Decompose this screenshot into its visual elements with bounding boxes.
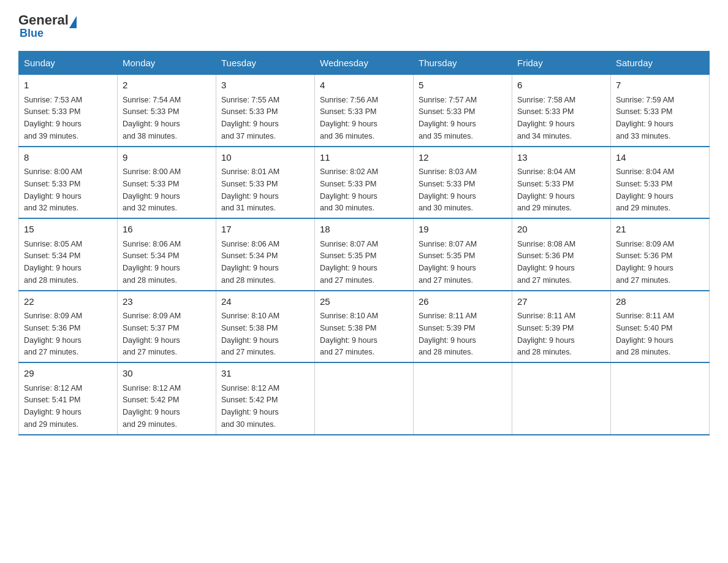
day-cell-21: 21 Sunrise: 8:09 AMSunset: 5:36 PMDaylig… xyxy=(611,218,710,291)
weekday-header-saturday: Saturday xyxy=(611,52,710,75)
day-number: 2 xyxy=(123,79,211,93)
day-number: 15 xyxy=(24,223,112,237)
day-number: 4 xyxy=(320,79,408,93)
day-cell-8: 8 Sunrise: 8:00 AMSunset: 5:33 PMDayligh… xyxy=(19,147,118,219)
day-number: 22 xyxy=(24,295,112,309)
day-info: Sunrise: 8:12 AMSunset: 5:42 PMDaylight:… xyxy=(221,384,279,429)
day-cell-7: 7 Sunrise: 7:59 AMSunset: 5:33 PMDayligh… xyxy=(611,75,710,147)
weekday-header-thursday: Thursday xyxy=(414,52,512,75)
day-cell-28: 28 Sunrise: 8:11 AMSunset: 5:40 PMDaylig… xyxy=(611,291,710,363)
day-number: 11 xyxy=(320,151,408,165)
empty-cell xyxy=(315,362,414,435)
day-info: Sunrise: 8:10 AMSunset: 5:38 PMDaylight:… xyxy=(320,312,378,356)
day-cell-16: 16 Sunrise: 8:06 AMSunset: 5:34 PMDaylig… xyxy=(118,218,216,291)
day-info: Sunrise: 8:02 AMSunset: 5:33 PMDaylight:… xyxy=(320,167,378,212)
day-info: Sunrise: 8:11 AMSunset: 5:40 PMDaylight:… xyxy=(616,312,674,356)
logo-triangle-icon xyxy=(69,16,77,28)
day-info: Sunrise: 7:56 AMSunset: 5:33 PMDaylight:… xyxy=(320,96,378,140)
day-cell-5: 5 Sunrise: 7:57 AMSunset: 5:33 PMDayligh… xyxy=(414,75,512,147)
day-info: Sunrise: 8:11 AMSunset: 5:39 PMDaylight:… xyxy=(419,312,477,356)
page-header: General Blue xyxy=(18,12,710,40)
day-number: 12 xyxy=(419,151,507,165)
empty-cell xyxy=(512,362,611,435)
day-number: 8 xyxy=(24,151,112,165)
day-info: Sunrise: 8:04 AMSunset: 5:33 PMDaylight:… xyxy=(616,167,674,212)
day-cell-19: 19 Sunrise: 8:07 AMSunset: 5:35 PMDaylig… xyxy=(414,218,512,291)
weekday-header-sunday: Sunday xyxy=(19,52,118,75)
day-cell-24: 24 Sunrise: 8:10 AMSunset: 5:38 PMDaylig… xyxy=(216,291,315,363)
day-info: Sunrise: 7:53 AMSunset: 5:33 PMDaylight:… xyxy=(24,96,82,140)
weekday-header-wednesday: Wednesday xyxy=(315,52,414,75)
day-info: Sunrise: 7:59 AMSunset: 5:33 PMDaylight:… xyxy=(616,96,674,140)
day-cell-13: 13 Sunrise: 8:04 AMSunset: 5:33 PMDaylig… xyxy=(512,147,611,219)
week-row-4: 22 Sunrise: 8:09 AMSunset: 5:36 PMDaylig… xyxy=(19,291,710,363)
day-number: 25 xyxy=(320,295,408,309)
day-info: Sunrise: 8:00 AMSunset: 5:33 PMDaylight:… xyxy=(24,167,82,212)
week-row-5: 29 Sunrise: 8:12 AMSunset: 5:41 PMDaylig… xyxy=(19,362,710,435)
day-number: 16 xyxy=(123,223,211,237)
day-cell-12: 12 Sunrise: 8:03 AMSunset: 5:33 PMDaylig… xyxy=(414,147,512,219)
day-info: Sunrise: 8:12 AMSunset: 5:42 PMDaylight:… xyxy=(123,384,181,429)
logo-blue-label: Blue xyxy=(20,27,44,40)
day-info: Sunrise: 7:57 AMSunset: 5:33 PMDaylight:… xyxy=(419,96,477,140)
day-info: Sunrise: 8:09 AMSunset: 5:36 PMDaylight:… xyxy=(24,312,82,356)
day-cell-4: 4 Sunrise: 7:56 AMSunset: 5:33 PMDayligh… xyxy=(315,75,414,147)
day-cell-25: 25 Sunrise: 8:10 AMSunset: 5:38 PMDaylig… xyxy=(315,291,414,363)
day-number: 31 xyxy=(221,367,309,381)
day-number: 9 xyxy=(123,151,211,165)
day-cell-30: 30 Sunrise: 8:12 AMSunset: 5:42 PMDaylig… xyxy=(118,362,216,435)
day-info: Sunrise: 8:05 AMSunset: 5:34 PMDaylight:… xyxy=(24,240,82,285)
day-info: Sunrise: 8:10 AMSunset: 5:38 PMDaylight:… xyxy=(221,312,279,356)
day-number: 23 xyxy=(123,295,211,309)
empty-cell xyxy=(414,362,512,435)
day-number: 6 xyxy=(517,79,605,93)
day-info: Sunrise: 8:00 AMSunset: 5:33 PMDaylight:… xyxy=(123,167,181,212)
day-cell-18: 18 Sunrise: 8:07 AMSunset: 5:35 PMDaylig… xyxy=(315,218,414,291)
logo: General Blue xyxy=(18,12,77,40)
day-number: 7 xyxy=(616,79,704,93)
day-cell-10: 10 Sunrise: 8:01 AMSunset: 5:33 PMDaylig… xyxy=(216,147,315,219)
day-info: Sunrise: 8:09 AMSunset: 5:37 PMDaylight:… xyxy=(123,312,181,356)
day-number: 19 xyxy=(419,223,507,237)
day-number: 29 xyxy=(24,367,112,381)
day-info: Sunrise: 8:01 AMSunset: 5:33 PMDaylight:… xyxy=(221,167,279,212)
day-cell-2: 2 Sunrise: 7:54 AMSunset: 5:33 PMDayligh… xyxy=(118,75,216,147)
calendar-table: SundayMondayTuesdayWednesdayThursdayFrid… xyxy=(18,51,710,435)
weekday-header-monday: Monday xyxy=(118,52,216,75)
day-number: 27 xyxy=(517,295,605,309)
day-cell-22: 22 Sunrise: 8:09 AMSunset: 5:36 PMDaylig… xyxy=(19,291,118,363)
day-info: Sunrise: 8:11 AMSunset: 5:39 PMDaylight:… xyxy=(517,312,575,356)
weekday-header-row: SundayMondayTuesdayWednesdayThursdayFrid… xyxy=(19,52,710,75)
day-info: Sunrise: 8:07 AMSunset: 5:35 PMDaylight:… xyxy=(419,240,477,285)
day-number: 3 xyxy=(221,79,309,93)
day-number: 28 xyxy=(616,295,704,309)
day-cell-15: 15 Sunrise: 8:05 AMSunset: 5:34 PMDaylig… xyxy=(19,218,118,291)
day-number: 24 xyxy=(221,295,309,309)
day-info: Sunrise: 8:07 AMSunset: 5:35 PMDaylight:… xyxy=(320,240,378,285)
day-info: Sunrise: 8:04 AMSunset: 5:33 PMDaylight:… xyxy=(517,167,575,212)
day-info: Sunrise: 8:06 AMSunset: 5:34 PMDaylight:… xyxy=(221,240,279,285)
day-cell-20: 20 Sunrise: 8:08 AMSunset: 5:36 PMDaylig… xyxy=(512,218,611,291)
day-cell-1: 1 Sunrise: 7:53 AMSunset: 5:33 PMDayligh… xyxy=(19,75,118,147)
day-cell-23: 23 Sunrise: 8:09 AMSunset: 5:37 PMDaylig… xyxy=(118,291,216,363)
weekday-header-friday: Friday xyxy=(512,52,611,75)
day-number: 21 xyxy=(616,223,704,237)
day-info: Sunrise: 7:55 AMSunset: 5:33 PMDaylight:… xyxy=(221,96,279,140)
day-number: 26 xyxy=(419,295,507,309)
day-info: Sunrise: 8:12 AMSunset: 5:41 PMDaylight:… xyxy=(24,384,82,429)
day-number: 13 xyxy=(517,151,605,165)
weekday-header-tuesday: Tuesday xyxy=(216,52,315,75)
day-info: Sunrise: 8:08 AMSunset: 5:36 PMDaylight:… xyxy=(517,240,575,285)
day-cell-17: 17 Sunrise: 8:06 AMSunset: 5:34 PMDaylig… xyxy=(216,218,315,291)
day-cell-29: 29 Sunrise: 8:12 AMSunset: 5:41 PMDaylig… xyxy=(19,362,118,435)
day-info: Sunrise: 8:09 AMSunset: 5:36 PMDaylight:… xyxy=(616,240,674,285)
day-number: 20 xyxy=(517,223,605,237)
day-info: Sunrise: 7:54 AMSunset: 5:33 PMDaylight:… xyxy=(123,96,181,140)
day-cell-14: 14 Sunrise: 8:04 AMSunset: 5:33 PMDaylig… xyxy=(611,147,710,219)
day-number: 30 xyxy=(123,367,211,381)
day-info: Sunrise: 8:06 AMSunset: 5:34 PMDaylight:… xyxy=(123,240,181,285)
week-row-3: 15 Sunrise: 8:05 AMSunset: 5:34 PMDaylig… xyxy=(19,218,710,291)
week-row-2: 8 Sunrise: 8:00 AMSunset: 5:33 PMDayligh… xyxy=(19,147,710,219)
day-number: 18 xyxy=(320,223,408,237)
day-info: Sunrise: 7:58 AMSunset: 5:33 PMDaylight:… xyxy=(517,96,575,140)
